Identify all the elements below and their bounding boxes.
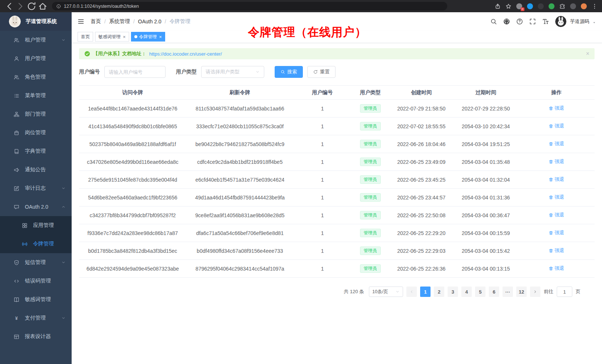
user-name[interactable]: 芋道源码 — [570, 18, 589, 25]
sidebar-item-oauth2-app[interactable]: 应用管理 — [0, 216, 72, 235]
sidebar-item-sms[interactable]: 短信管理 — [0, 253, 72, 272]
next-page-button[interactable] — [530, 287, 540, 297]
force-logout-button[interactable]: 强退 — [549, 229, 564, 236]
sidebar-item-report-designer[interactable]: 报表设计器 — [0, 327, 72, 346]
github-icon[interactable] — [503, 18, 510, 25]
user-type-select[interactable]: 请选择用户类型 — [201, 66, 264, 78]
user-id-cell: 1 — [294, 135, 351, 153]
url-bar[interactable]: 127.0.0.1:1024/system/oauth2/token — [52, 2, 447, 10]
page-button-4[interactable]: 4 — [461, 287, 472, 297]
refresh-token-cell: 9ce8ef2aa9f14056b831ae9b608e28d5 — [186, 206, 294, 224]
font-size-icon[interactable] — [542, 18, 549, 25]
table-row: 41c41346a548490f9dc8b01c6bfe0865333ecfc7… — [79, 118, 595, 135]
home-icon[interactable] — [38, 1, 48, 11]
browser-profile-avatar[interactable] — [581, 3, 587, 9]
breadcrumb-item[interactable]: 系统管理 — [109, 18, 130, 25]
force-logout-button[interactable]: 强退 — [549, 140, 564, 147]
extension-icon[interactable] — [570, 3, 576, 9]
page-button-12[interactable]: 12 — [516, 287, 527, 297]
user-id-cell: 1 — [294, 242, 351, 260]
browser-menu-icon[interactable] — [592, 3, 598, 9]
tab-close-icon[interactable]: × — [123, 34, 126, 40]
tab-home[interactable]: 首页 — [78, 32, 93, 42]
user-type-cell: 管理员 — [351, 189, 389, 206]
force-logout-button[interactable]: 强退 — [549, 194, 564, 201]
sidebar-item-audit-log[interactable]: 审计日志 — [0, 179, 72, 198]
chat-icon — [14, 204, 19, 210]
page-button-5[interactable]: 5 — [475, 287, 485, 297]
trash-icon — [549, 231, 553, 235]
sidebar-item-notice[interactable]: 通知公告 — [0, 161, 72, 179]
sidebar-item-pay[interactable]: ¥支付管理 — [0, 309, 72, 327]
sidebar-item-role[interactable]: 角色管理 — [0, 68, 72, 86]
yen-icon: ¥ — [14, 315, 19, 321]
force-logout-button[interactable]: 强退 — [549, 212, 564, 218]
extensions-puzzle-icon[interactable] — [559, 3, 565, 9]
create-time-cell: 2022-07-02 18:55:55 — [389, 118, 453, 135]
alert-close-icon[interactable]: × — [586, 51, 589, 57]
tab-sensitive-word[interactable]: 敏感词管理× — [95, 32, 129, 42]
breadcrumb-item[interactable]: 首页 — [91, 18, 101, 25]
trash-icon — [549, 213, 553, 218]
table-row: f9336e7c7dd242a283ee98dc86b17a87dfa6c71a… — [79, 224, 595, 242]
refresh-token-cell: b0df4980ffd34c67a08f9156e4eee733 — [186, 242, 294, 260]
reload-icon[interactable] — [27, 1, 36, 11]
fullscreen-icon[interactable] — [529, 18, 536, 25]
alert-text: 【用户体系】文档地址： — [93, 50, 146, 57]
user-type-badge: 管理员 — [360, 122, 381, 130]
goto-page-input[interactable] — [557, 287, 572, 297]
sidebar-item-oauth2[interactable]: OAuth 2.0 — [0, 198, 72, 216]
page-button-2[interactable]: 2 — [434, 287, 444, 297]
back-icon[interactable] — [4, 1, 14, 11]
breadcrumb-item[interactable]: OAuth 2.0 — [138, 19, 161, 24]
force-logout-button[interactable]: 强退 — [549, 176, 564, 183]
tab-oauth2-token[interactable]: 令牌管理× — [131, 32, 166, 42]
sidebar-item-error-code[interactable]: 错误码管理 — [0, 272, 72, 290]
force-logout-button[interactable]: 强退 — [549, 247, 564, 254]
sidebar-item-menu[interactable]: 菜单管理 — [0, 86, 72, 105]
success-check-icon — [84, 51, 90, 57]
table-row: 1ea5e44f8bc1467aaede43144f31de76811c5304… — [79, 100, 595, 118]
table-row: 54d6be82ee5a460a9aedc1f9bf22365649d1aa46… — [79, 189, 595, 206]
extension-icon[interactable] — [527, 3, 533, 9]
prev-page-button[interactable] — [406, 287, 417, 297]
force-logout-button[interactable]: 强退 — [549, 123, 564, 129]
sidebar-item-dict[interactable]: 字典管理 — [0, 142, 72, 161]
sidebar-item-tenant[interactable]: 租户管理 — [0, 31, 72, 49]
reset-button[interactable]: 重置 — [307, 66, 336, 78]
app-logo[interactable]: 芋道管理系统 — [0, 12, 72, 31]
share-icon[interactable] — [495, 3, 501, 9]
page-button-1[interactable]: 1 — [420, 287, 431, 297]
sidebar-item-post[interactable]: 岗位管理 — [0, 123, 72, 142]
pagination-ellipsis: ··· — [503, 287, 513, 297]
bookmark-star-icon[interactable] — [506, 3, 511, 9]
sidebar-item-sensitive-word[interactable]: 敏感词管理 — [0, 290, 72, 309]
site-info-icon[interactable] — [56, 4, 61, 9]
page-button-3[interactable]: 3 — [448, 287, 458, 297]
page-size-select[interactable]: 10条/页 — [369, 287, 403, 297]
column-header: 用户编号 — [294, 86, 351, 100]
user-avatar[interactable] — [555, 16, 566, 27]
user-type-cell: 管理员 — [351, 171, 389, 189]
help-icon[interactable] — [516, 18, 523, 25]
extension-icon[interactable] — [538, 3, 544, 9]
action-cell: 强退 — [518, 171, 595, 189]
search-icon[interactable] — [490, 18, 497, 25]
sidebar-item-user[interactable]: 用户管理 — [0, 49, 72, 68]
force-logout-button[interactable]: 强退 — [549, 158, 564, 165]
forward-icon[interactable] — [16, 1, 25, 11]
page-button-6[interactable]: 6 — [489, 287, 499, 297]
extension-icon[interactable]: 0 — [516, 3, 522, 9]
sidebar-item-oauth2-token[interactable]: 令牌管理 — [0, 235, 72, 253]
tab-close-icon[interactable]: × — [159, 34, 162, 40]
user-menu-caret-icon[interactable] — [592, 21, 596, 24]
sidebar-item-dept[interactable]: 部门管理 — [0, 105, 72, 123]
user-id-input[interactable] — [109, 69, 161, 75]
extension-icon[interactable] — [549, 3, 554, 9]
sidebar-collapse-icon[interactable] — [78, 18, 84, 25]
user-id-input-wrap — [104, 66, 166, 78]
force-logout-button[interactable]: 强退 — [549, 105, 564, 112]
force-logout-button[interactable]: 强退 — [549, 265, 564, 272]
search-button[interactable]: 搜索 — [275, 66, 303, 78]
alert-doc-link[interactable]: https://doc.iocoder.cn/user-center/ — [149, 51, 222, 57]
